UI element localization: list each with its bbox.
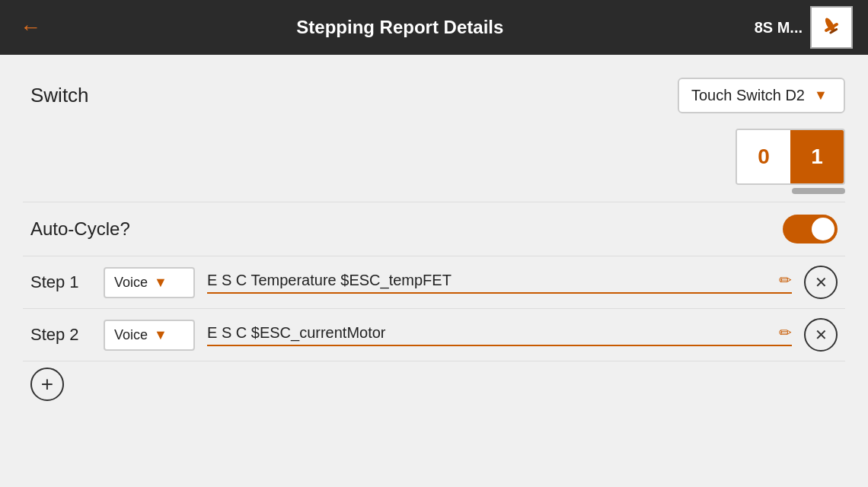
step-2-edit-icon[interactable]: ✏ <box>779 323 792 342</box>
toggle-button-0[interactable]: 0 <box>737 130 790 183</box>
step-2-type-arrow: ▼ <box>154 327 168 343</box>
step-1-type-dropdown[interactable]: Voice ▼ <box>104 267 195 298</box>
step-1-delete-button[interactable]: ✕ <box>804 266 838 299</box>
auto-cycle-toggle[interactable] <box>783 215 838 244</box>
toggle-thumb <box>812 218 834 240</box>
header: ← Stepping Report Details 8S M... <box>0 0 868 55</box>
add-step-button[interactable]: + <box>30 368 64 401</box>
step-2-delete-button[interactable]: ✕ <box>804 318 838 352</box>
toggle-button-1[interactable]: 1 <box>790 130 844 183</box>
model-name: 8S M... <box>755 19 803 37</box>
step-1-label: Step 1 <box>30 272 91 292</box>
step-row: Step 2 Voice ▼ E S C $ESC_currentMotor ✏… <box>23 308 845 361</box>
page-title: Stepping Report Details <box>46 17 755 38</box>
header-right: 8S M... <box>755 6 853 49</box>
switch-dropdown-value: Touch Switch D2 <box>691 87 805 104</box>
step-1-type-arrow: ▼ <box>154 275 168 291</box>
step-2-text: E S C $ESC_currentMotor <box>207 324 771 342</box>
step-2-type-value: Voice <box>114 327 148 343</box>
switch-label: Switch <box>30 84 89 107</box>
switch-dropdown-arrow: ▼ <box>814 88 828 103</box>
steps-container: Step 1 Voice ▼ E S C Temperature $ESC_te… <box>23 256 845 361</box>
step-1-text: E S C Temperature $ESC_tempFET <box>207 272 771 289</box>
step-2-label: Step 2 <box>30 325 91 345</box>
toggle-buttons: 0 1 <box>736 129 845 185</box>
avatar <box>810 6 853 49</box>
step-row: Step 1 Voice ▼ E S C Temperature $ESC_te… <box>23 256 845 308</box>
step-1-edit-icon[interactable]: ✏ <box>779 271 792 289</box>
step-1-text-container: E S C Temperature $ESC_tempFET ✏ <box>207 271 792 294</box>
auto-cycle-row: Auto-Cycle? <box>23 202 845 256</box>
step-1-type-value: Voice <box>114 275 148 291</box>
step-2-type-dropdown[interactable]: Voice ▼ <box>104 320 195 351</box>
switch-row: Switch Touch Switch D2 ▼ <box>23 70 845 129</box>
switch-dropdown[interactable]: Touch Switch D2 ▼ <box>678 78 845 113</box>
auto-cycle-label: Auto-Cycle? <box>30 218 130 240</box>
plane-icon <box>813 9 850 46</box>
step-2-text-container: E S C $ESC_currentMotor ✏ <box>207 323 792 346</box>
add-button-container: + <box>23 361 845 407</box>
main-content: Switch Touch Switch D2 ▼ 0 1 Auto-Cycle?… <box>0 55 868 422</box>
toggle-buttons-container: 0 1 <box>23 129 845 202</box>
back-button[interactable]: ← <box>15 15 46 40</box>
scroll-indicator <box>792 188 845 194</box>
